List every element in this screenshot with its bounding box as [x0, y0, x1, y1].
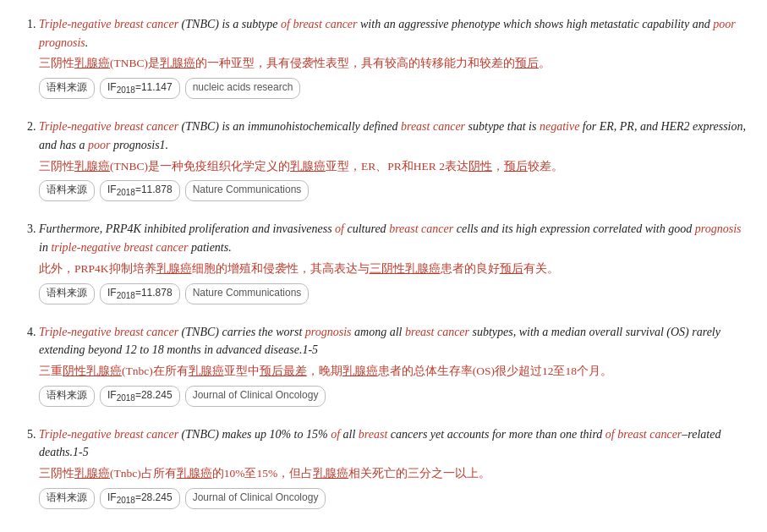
cn-text-5: 三阴性乳腺癌(Tnbc)占所有乳腺癌的10%至15%，但占乳腺癌相关死亡的三分之…	[39, 465, 747, 483]
tag-journal[interactable]: Journal of Clinical Oncology	[185, 386, 326, 407]
cn-text-2: 三阴性乳腺癌(TNBC)是一种免疫组织化学定义的乳腺癌亚型，ER、PR和HER …	[39, 158, 747, 176]
tag-journal[interactable]: Nature Communications	[185, 283, 310, 304]
tags-row-5: 语料来源 IF2018=28.245 Journal of Clinical O…	[39, 488, 747, 509]
list-item: Triple-negative breast cancer (TNBC) is …	[39, 118, 747, 201]
tags-row-3: 语料来源 IF2018=11.878 Nature Communications	[39, 283, 747, 304]
tags-row-2: 语料来源 IF2018=11.878 Nature Communications	[39, 180, 747, 201]
tags-row-4: 语料来源 IF2018=28.245 Journal of Clinical O…	[39, 386, 747, 407]
list-item: Triple-negative breast cancer (TNBC) mak…	[39, 425, 747, 509]
tag-if[interactable]: IF2018=11.878	[100, 180, 180, 201]
en-text-1: Triple-negative breast cancer (TNBC) is …	[39, 15, 747, 52]
en-text-3: Furthermore, PRP4K inhibited proliferati…	[39, 220, 747, 256]
tags-row-1: 语料来源 IF2018=11.147 nucleic acids researc…	[39, 78, 747, 99]
tag-journal[interactable]: Journal of Clinical Oncology	[185, 488, 326, 509]
list-item: Furthermore, PRP4K inhibited proliferati…	[39, 220, 747, 304]
results-list: Triple-negative breast cancer (TNBC) is …	[20, 15, 747, 509]
tag-source[interactable]: 语料来源	[39, 386, 95, 407]
tag-journal[interactable]: nucleic acids research	[185, 78, 301, 99]
list-item: Triple-negative breast cancer (TNBC) is …	[39, 15, 747, 99]
en-text-5: Triple-negative breast cancer (TNBC) mak…	[39, 425, 747, 462]
en-text-2: Triple-negative breast cancer (TNBC) is …	[39, 118, 747, 154]
tag-source[interactable]: 语料来源	[39, 180, 95, 201]
cn-text-4: 三重阴性乳腺癌(Tnbc)在所有乳腺癌亚型中预后最差，晚期乳腺癌患者的总体生存率…	[39, 363, 747, 381]
tag-source[interactable]: 语料来源	[39, 488, 95, 509]
tag-source[interactable]: 语料来源	[39, 78, 95, 99]
en-text-4: Triple-negative breast cancer (TNBC) car…	[39, 323, 747, 359]
tag-if[interactable]: IF2018=11.147	[100, 78, 180, 99]
tag-journal[interactable]: Nature Communications	[185, 180, 310, 201]
tag-if[interactable]: IF2018=28.245	[100, 386, 180, 407]
cn-text-1: 三阴性乳腺癌(TNBC)是乳腺癌的一种亚型，具有侵袭性表型，具有较高的转移能力和…	[39, 55, 747, 73]
tag-source[interactable]: 语料来源	[39, 283, 95, 304]
cn-text-3: 此外，PRP4K抑制培养乳腺癌细胞的增殖和侵袭性，其高表达与三阴性乳腺癌患者的良…	[39, 261, 747, 278]
list-item: Triple-negative breast cancer (TNBC) car…	[39, 323, 747, 407]
tag-if[interactable]: IF2018=28.245	[100, 488, 180, 509]
en-span: Triple-negative breast cancer	[39, 18, 178, 30]
tag-if[interactable]: IF2018=11.878	[100, 283, 180, 304]
